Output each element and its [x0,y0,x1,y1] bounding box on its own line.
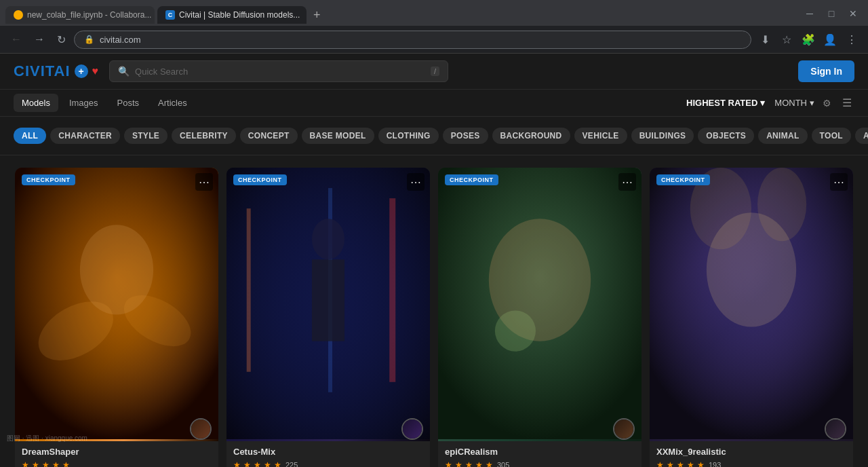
minimize-button[interactable]: ─ [800,4,819,23]
search-placeholder: Quick Search [135,67,425,77]
logo-plus-button[interactable]: + [75,64,88,78]
checkpoint-badge-4: CHECKPOINT [656,174,710,185]
card-avatar-3 [613,418,635,440]
app-header: CIVITAI + ♥ 🔍 Quick Search / Sign In [0,54,868,90]
card-stars-3: ★ ★ ★ ★ ★ 305 [445,460,635,467]
nav-posts[interactable]: Posts [109,94,148,112]
cat-base-model[interactable]: BASE MODEL [302,128,374,144]
svg-rect-6 [247,208,251,372]
highest-rated-filter[interactable]: HIGHEST RATED ▾ [679,94,772,112]
civitai-favicon: C [165,10,175,20]
star-count-3: 305 [497,461,509,467]
star-icon: ★ [445,460,452,467]
star-icon: ★ [486,460,493,467]
cat-objects[interactable]: OBJECTS [698,128,754,144]
cat-buildings[interactable]: BUILDINGS [631,128,694,144]
card-menu-button-1[interactable]: ⋯ [195,173,213,191]
card-image-cetus-mix [226,168,430,441]
card-image-epicrealism [438,168,642,441]
star-icon: ★ [455,460,462,467]
bookmark-star-button[interactable]: ☆ [777,30,796,49]
star-icon: ★ [465,460,473,467]
nav-articles[interactable]: Articles [150,94,195,112]
card-info-2: Cetus-Mix ★ ★ ★ ★ ★ 225 ♥ 2.7K 💬 42 [226,441,430,467]
refresh-button[interactable]: ↻ [53,31,70,49]
model-card-epicrealism[interactable]: CHECKPOINT ⋯ epiCRealism ★ ★ ★ ★ ★ 305 ♥… [438,168,642,467]
tab-civitai[interactable]: C Civitai | Stable Diffusion models... ✕ [157,6,307,24]
cat-tool[interactable]: TOOL [812,128,851,144]
card-name-1: DreamShaper [22,447,212,457]
forward-button[interactable]: → [30,31,49,48]
search-icon: 🔍 [118,66,130,77]
star-icon: ★ [52,460,60,467]
star-icon: ★ [264,460,271,467]
card-menu-button-4[interactable]: ⋯ [830,173,848,191]
svg-rect-10 [312,259,344,341]
cat-character[interactable]: CHARACTER [50,128,120,144]
cat-vehicle[interactable]: VEHICLE [574,128,627,144]
sub-nav: Models Images Posts Articles HIGHEST RAT… [0,90,868,117]
checkpoint-badge-1: CHECKPOINT [22,174,75,185]
star-count-2: 225 [285,461,298,467]
card-name-2: Cetus-Mix [233,447,423,457]
svg-point-13 [495,311,536,352]
tab-colab[interactable]: new_colab_file.ipynb - Collabora... ✕ [5,6,155,24]
close-window-button[interactable]: ✕ [844,4,863,23]
menu-button[interactable]: ⋮ [842,30,861,49]
star-icon: ★ [243,460,251,467]
highest-rated-label: HIGHEST RATED [686,98,757,108]
nav-images[interactable]: Images [61,94,106,112]
cat-all[interactable]: ALL [14,128,46,144]
cat-style[interactable]: STYLE [124,128,167,144]
tab-civitai-title: Civitai | Stable Diffusion models... [179,10,300,20]
extensions-button[interactable]: 🧩 [799,30,818,49]
star-icon: ★ [42,460,50,467]
address-bar[interactable]: 🔒 civitai.com [74,31,751,49]
star-icon: ★ [656,460,664,467]
search-shortcut: / [431,67,439,76]
model-card-cetus-mix[interactable]: CHECKPOINT ⋯ Cetus-Mix ★ ★ ★ ★ ★ 225 ♥ 2… [226,168,430,467]
search-bar[interactable]: 🔍 Quick Search / [109,60,448,82]
back-button[interactable]: ← [7,31,26,48]
card-menu-button-2[interactable]: ⋯ [407,173,425,191]
star-icon: ★ [475,460,483,467]
card-menu-button-3[interactable]: ⋯ [618,173,636,191]
card-avatar-4 [825,418,846,440]
checkpoint-badge-2: CHECKPOINT [233,174,287,185]
tab-colab-title: new_colab_file.ipynb - Collabora... [27,10,151,20]
new-tab-button[interactable]: + [309,7,325,24]
model-card-dreamshaper[interactable]: CHECKPOINT ⋯ DreamShaper ★ ★ ★ ★ ★ [15,168,218,467]
profile-button[interactable]: 👤 [821,30,840,49]
tab-bar: new_colab_file.ipynb - Collabora... ✕ C … [0,0,868,26]
star-icon: ★ [32,460,39,467]
cat-clothing[interactable]: CLOTHING [378,128,439,144]
star-icon: ★ [667,460,674,467]
maximize-button[interactable]: □ [822,4,841,23]
logo[interactable]: CIVITAI + ♥ [14,62,98,80]
star-icon: ★ [233,460,241,467]
star-icon: ★ [254,460,261,467]
sign-in-button[interactable]: Sign In [798,60,854,82]
cat-concept[interactable]: CONCEPT [240,128,298,144]
star-icon: ★ [687,460,694,467]
period-selector[interactable]: MONTH ▾ [774,98,814,108]
chevron-down-icon: ▾ [760,98,765,108]
model-card-xxmix[interactable]: CHECKPOINT ⋯ XXMix_9realistic ★ ★ ★ ★ ★ … [650,168,853,467]
nav-models[interactable]: Models [14,94,58,112]
layout-button[interactable]: ☰ [840,94,854,112]
svg-rect-7 [389,198,395,382]
star-icon: ★ [22,460,29,467]
lock-icon: 🔒 [84,35,94,44]
download-button[interactable]: ⬇ [755,30,774,49]
filter-button[interactable]: ⚙ [820,95,834,111]
cat-poses[interactable]: POSES [443,128,488,144]
period-label: MONTH [774,98,807,108]
nav-actions: ⬇ ☆ 🧩 👤 ⋮ [755,30,861,49]
cat-animal[interactable]: ANIMAL [758,128,807,144]
nav-bar: ← → ↻ 🔒 civitai.com ⬇ ☆ 🧩 👤 ⋮ [0,26,868,53]
cat-celebrity[interactable]: CELEBRITY [172,128,236,144]
cat-background[interactable]: BACKGROUND [492,128,570,144]
filter-area: MONTH ▾ ⚙ ☰ [774,94,854,112]
logo-heart-icon[interactable]: ♥ [92,65,99,77]
cat-action[interactable]: ACTION [855,128,868,144]
